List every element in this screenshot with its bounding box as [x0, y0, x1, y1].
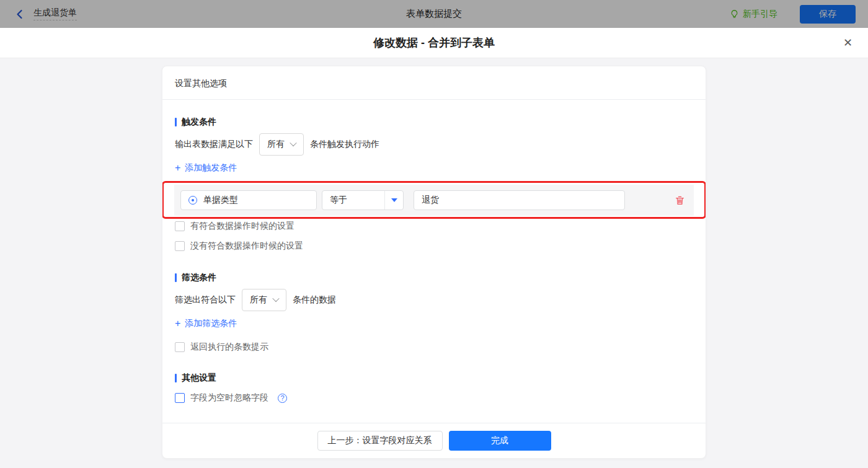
checkbox-has-match[interactable]	[175, 221, 185, 231]
condition-operator-select[interactable]: 等于	[322, 190, 404, 210]
card-content: 触发条件 输出表数据满足以下 所有 条件触发执行动作 + 添加触发条件	[162, 100, 706, 423]
trigger-match-prefix: 输出表数据满足以下	[175, 139, 253, 150]
filter-section-label: 筛选条件	[182, 272, 216, 283]
checkbox-ignore-empty-label: 字段为空时忽略字段	[190, 392, 268, 404]
checkbox-no-match[interactable]	[175, 241, 185, 251]
checkbox-count-hint-label: 返回执行的条数提示	[190, 342, 268, 353]
condition-value-input[interactable]	[414, 190, 625, 210]
filter-match-value: 所有	[250, 294, 267, 306]
add-trigger-condition-label: 添加触发条件	[185, 162, 237, 174]
edit-data-modal: 修改数据 - 合并到子表单 ✕ 设置其他选项 触发条件 输出表数据满足以下 所有	[0, 28, 868, 468]
radio-field-icon	[188, 196, 197, 205]
section-bar-icon	[175, 273, 177, 282]
card-header-title: 设置其他选项	[162, 66, 706, 100]
condition-field-value: 单据类型	[203, 195, 238, 206]
screen: 生成退货单 表单数据提交 新手引导 保存 修改数据 - 合并到子表单 ✕ 设置其…	[0, 0, 868, 468]
modal-body: 设置其他选项 触发条件 输出表数据满足以下 所有 条件触发执行动作	[0, 58, 868, 468]
condition-field-select[interactable]: 单据类型	[180, 190, 317, 210]
settings-card: 设置其他选项 触发条件 输出表数据满足以下 所有 条件触发执行动作	[162, 66, 706, 459]
beginner-guide-link[interactable]: 新手引导	[730, 9, 777, 20]
close-icon[interactable]: ✕	[843, 37, 852, 48]
filter-section-title: 筛选条件	[175, 272, 693, 283]
workflow-name[interactable]: 生成退货单	[33, 7, 77, 20]
filter-match-select[interactable]: 所有	[242, 289, 286, 311]
checkbox-row-no-match: 没有符合数据操作时候的设置	[175, 241, 693, 252]
checkbox-row-ignore-empty: 字段为空时忽略字段 ?	[175, 392, 693, 404]
trigger-match-suffix: 条件触发执行动作	[310, 139, 379, 150]
highlight-box: 单据类型 等于	[162, 181, 706, 219]
card-footer: 上一步：设置字段对应关系 完成	[162, 423, 706, 458]
modal-title: 修改数据 - 合并到子表单	[373, 35, 495, 50]
checkbox-row-count-hint: 返回执行的条数提示	[175, 342, 693, 353]
add-trigger-condition-link[interactable]: + 添加触发条件	[175, 162, 237, 174]
operator-arrow-zone	[384, 191, 403, 210]
chevron-down-icon	[272, 294, 279, 301]
filter-match-suffix: 条件的数据	[293, 294, 336, 306]
topbar-left: 生成退货单	[15, 7, 77, 20]
trigger-section-title: 触发条件	[175, 117, 693, 128]
prev-step-button[interactable]: 上一步：设置字段对应关系	[317, 431, 443, 451]
checkbox-ignore-empty[interactable]	[175, 393, 185, 403]
chevron-down-icon	[290, 139, 296, 146]
trigger-match-select[interactable]: 所有	[259, 133, 304, 156]
done-button[interactable]: 完成	[449, 431, 551, 451]
checkbox-has-match-label: 有符合数据操作时候的设置	[190, 221, 294, 232]
beginner-guide-label: 新手引导	[743, 9, 777, 20]
add-filter-condition-link[interactable]: + 添加筛选条件	[175, 318, 237, 329]
plus-icon: +	[175, 319, 180, 329]
help-circle-icon[interactable]: ?	[278, 394, 287, 403]
topbar-title: 表单数据提交	[406, 8, 462, 20]
back-chevron-icon[interactable]	[15, 9, 25, 19]
trigger-section-label: 触发条件	[182, 117, 216, 128]
topbar: 生成退货单 表单数据提交 新手引导 保存	[0, 0, 868, 28]
save-button[interactable]: 保存	[800, 5, 856, 24]
topbar-right: 新手引导 保存	[730, 5, 856, 24]
checkbox-count-hint[interactable]	[175, 342, 185, 352]
checkbox-row-has-match: 有符合数据操作时候的设置	[175, 221, 693, 232]
trash-icon[interactable]	[675, 195, 685, 206]
trigger-match-value: 所有	[267, 139, 285, 150]
section-bar-icon	[175, 118, 177, 126]
checkbox-no-match-label: 没有符合数据操作时候的设置	[190, 241, 303, 252]
filter-match-row: 筛选出符合以下 所有 条件的数据	[175, 289, 693, 311]
lightbulb-icon	[730, 9, 739, 19]
filter-match-prefix: 筛选出符合以下	[175, 294, 236, 306]
section-bar-icon	[175, 374, 177, 382]
plus-icon: +	[175, 163, 180, 173]
modal-header: 修改数据 - 合并到子表单 ✕	[0, 28, 868, 58]
other-section-title: 其他设置	[175, 373, 693, 384]
caret-down-icon	[391, 198, 397, 202]
condition-row: 单据类型 等于	[174, 185, 694, 216]
trigger-match-row: 输出表数据满足以下 所有 条件触发执行动作	[175, 133, 693, 156]
add-filter-condition-label: 添加筛选条件	[185, 318, 237, 329]
condition-operator-value: 等于	[322, 195, 384, 206]
other-section-label: 其他设置	[182, 373, 216, 384]
